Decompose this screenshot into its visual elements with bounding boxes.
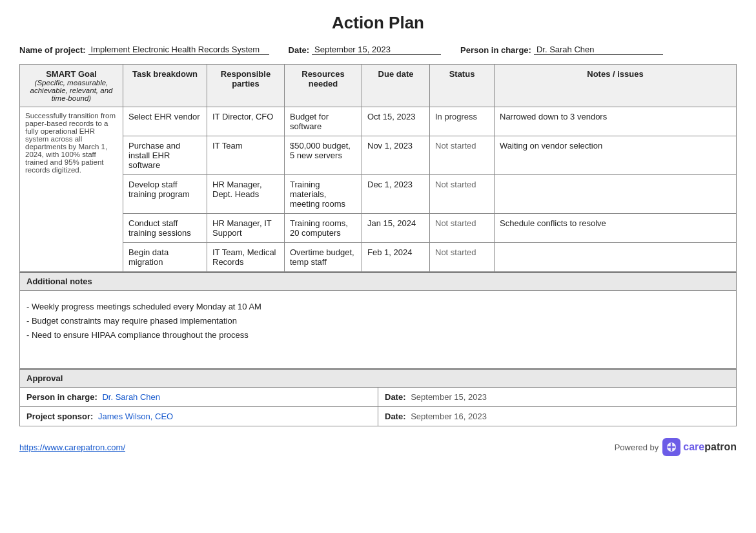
- approval-date1-label: Date:: [385, 392, 406, 402]
- status-cell: In progress: [430, 107, 495, 136]
- project-value: Implement Electronic Health Records Syst…: [88, 45, 269, 55]
- status-cell: Not started: [430, 214, 495, 243]
- approval-row-2: Project sponsor: James Wilson, CEO Date:…: [19, 407, 737, 426]
- status-cell: Not started: [430, 175, 495, 214]
- approval-date2-label: Date:: [385, 412, 406, 421]
- responsible-cell: HR Manager, Dept. Heads: [207, 175, 285, 214]
- col-header-status: Status: [430, 65, 495, 107]
- project-label: Name of project:: [19, 45, 86, 55]
- additional-note-line: - Need to ensure HIPAA compliance throug…: [26, 328, 730, 342]
- logo-icon: [662, 438, 680, 456]
- table-row: Begin data migrationIT Team, Medical Rec…: [20, 243, 737, 272]
- col-header-resources: Resources needed: [285, 65, 362, 107]
- powered-by-text: Powered by: [615, 443, 659, 452]
- approval-sponsor-cell: Project sponsor: James Wilson, CEO: [20, 407, 378, 426]
- notes-cell: [495, 175, 737, 214]
- due-date-cell: Oct 15, 2023: [362, 107, 430, 136]
- due-date-cell: Jan 15, 2024: [362, 214, 430, 243]
- additional-note-line: - Weekly progress meetings scheduled eve…: [26, 300, 730, 314]
- additional-notes-header: Additional notes: [19, 272, 737, 291]
- carepatron-logo: carepatron: [662, 438, 737, 456]
- resources-cell: Budget for software: [285, 107, 362, 136]
- notes-cell: Waiting on vendor selection: [495, 136, 737, 175]
- resources-cell: $50,000 budget, 5 new servers: [285, 136, 362, 175]
- col-header-resp: Responsible parties: [207, 65, 285, 107]
- col-header-smart: SMART Goal (Specific, measurable, achiev…: [20, 65, 123, 107]
- status-cell: Not started: [430, 136, 495, 175]
- approval-person-cell: Person in charge: Dr. Sarah Chen: [20, 388, 378, 406]
- approval-date1-cell: Date: September 15, 2023: [378, 388, 736, 406]
- responsible-cell: IT Team, Medical Records: [207, 243, 285, 272]
- task-cell: Conduct staff training sessions: [123, 214, 207, 243]
- footer: https://www.carepatron.com/ Powered by c…: [19, 438, 737, 456]
- task-cell: Develop staff training program: [123, 175, 207, 214]
- notes-cell: [495, 243, 737, 272]
- approval-date2-value: September 16, 2023: [411, 412, 487, 421]
- responsible-cell: IT Director, CFO: [207, 107, 285, 136]
- due-date-cell: Dec 1, 2023: [362, 175, 430, 214]
- additional-note-line: - Budget constraints may require phased …: [26, 314, 730, 328]
- table-row: Conduct staff training sessionsHR Manage…: [20, 214, 737, 243]
- approval-date2-cell: Date: September 16, 2023: [378, 407, 736, 426]
- due-date-cell: Nov 1, 2023: [362, 136, 430, 175]
- responsible-cell: HR Manager, IT Support: [207, 214, 285, 243]
- notes-cell: Schedule conflicts to resolve: [495, 214, 737, 243]
- date-value: September 15, 2023: [312, 45, 441, 55]
- task-cell: Begin data migration: [123, 243, 207, 272]
- action-plan-table: SMART Goal (Specific, measurable, achiev…: [19, 64, 737, 272]
- carepatron-link[interactable]: https://www.carepatron.com/: [19, 443, 125, 452]
- resources-cell: Overtime budget, temp staff: [285, 243, 362, 272]
- table-row: Develop staff training programHR Manager…: [20, 175, 737, 214]
- smart-goal-cell: Successfully transition from paper-based…: [20, 107, 123, 272]
- due-date-cell: Feb 1, 2024: [362, 243, 430, 272]
- resources-cell: Training rooms, 20 computers: [285, 214, 362, 243]
- approval-person-value: Dr. Sarah Chen: [102, 392, 160, 402]
- table-row: Successfully transition from paper-based…: [20, 107, 737, 136]
- approval-header: Approval: [19, 369, 737, 388]
- approval-sponsor-value: James Wilson, CEO: [98, 412, 173, 421]
- powered-by-section: Powered by carepatron: [615, 438, 737, 456]
- person-label: Person in charge:: [460, 45, 531, 55]
- task-cell: Purchase and install EHR software: [123, 136, 207, 175]
- resources-cell: Training materials, meeting rooms: [285, 175, 362, 214]
- approval-row-1: Person in charge: Dr. Sarah Chen Date: S…: [19, 388, 737, 407]
- approval-sponsor-label: Project sponsor:: [26, 412, 93, 421]
- notes-cell: Narrowed down to 3 vendors: [495, 107, 737, 136]
- task-cell: Select EHR vendor: [123, 107, 207, 136]
- date-label: Date:: [289, 45, 310, 55]
- page-title: Action Plan: [19, 13, 737, 33]
- table-row: Purchase and install EHR softwareIT Team…: [20, 136, 737, 175]
- meta-row: Name of project: Implement Electronic He…: [19, 45, 737, 55]
- responsible-cell: IT Team: [207, 136, 285, 175]
- col-header-due: Due date: [362, 65, 430, 107]
- approval-date1-value: September 15, 2023: [411, 392, 487, 402]
- person-value: Dr. Sarah Chen: [534, 45, 663, 55]
- status-cell: Not started: [430, 243, 495, 272]
- col-header-task: Task breakdown: [123, 65, 207, 107]
- approval-person-label: Person in charge:: [26, 392, 97, 402]
- carepatron-brand-text: carepatron: [683, 441, 737, 453]
- additional-notes-body: - Weekly progress meetings scheduled eve…: [19, 291, 737, 369]
- col-header-notes: Notes / issues: [495, 65, 737, 107]
